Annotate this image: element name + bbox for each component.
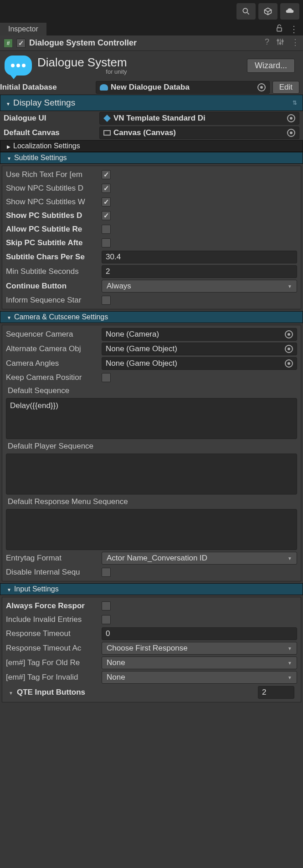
field-label: Camera Angles	[6, 359, 102, 368]
object-picker-icon[interactable]	[287, 129, 295, 137]
initial-database-value[interactable]: New Dialogue Databa	[96, 81, 270, 94]
field-label: Initial Database	[0, 83, 96, 92]
input-settings-panel: Always Force Respor Include Invalid Entr…	[2, 597, 301, 702]
menu-icon[interactable]: ⋮	[289, 24, 298, 35]
min-subtitle-seconds-input[interactable]: 2	[102, 265, 297, 278]
preset-icon[interactable]	[276, 37, 285, 49]
chevron-down-icon: ▼	[288, 284, 292, 289]
svg-point-0	[243, 8, 247, 13]
obj-text: None (Camera)	[106, 330, 159, 339]
chevron-down-icon: ▼	[288, 661, 292, 666]
camera-settings-panel: Sequencer CameraNone (Camera) Alternate …	[2, 325, 301, 581]
sequencer-camera-field[interactable]: None (Camera)	[102, 328, 297, 341]
section-title: Camera & Cutscene Settings	[14, 313, 108, 321]
tab-label: Inspector	[8, 25, 38, 33]
default-sequence-textarea[interactable]: Delay({{end}})	[6, 398, 297, 439]
qte-count-input[interactable]: 2	[258, 686, 294, 699]
dropdown-value: Choose First Response	[107, 644, 188, 653]
more-icon[interactable]: ⋮	[291, 37, 299, 49]
default-response-sequence-textarea[interactable]	[6, 509, 297, 550]
em-tag-invalid-dropdown[interactable]: None▼	[102, 671, 297, 684]
obj-text: None (Game Object)	[106, 344, 177, 353]
input-settings-header[interactable]: Input Settings	[0, 583, 303, 595]
help-icon[interactable]: ?	[265, 37, 269, 49]
wizard-button[interactable]: Wizard...	[247, 59, 295, 73]
use-rich-text-checkbox[interactable]	[102, 170, 111, 179]
object-picker-icon[interactable]	[285, 330, 293, 338]
field-label: Continue Button	[6, 282, 102, 291]
prefab-icon	[103, 115, 111, 122]
cloud-button[interactable]	[280, 3, 299, 20]
response-timeout-input[interactable]: 0	[102, 627, 297, 640]
field-label: Response Timeout	[6, 629, 102, 638]
dropdown-value: None	[107, 673, 125, 682]
section-title: Localization Settings	[13, 142, 80, 150]
entrytag-format-dropdown[interactable]: Actor Name_Conversation ID▼	[102, 552, 297, 565]
subtitle-chars-input[interactable]: 30.4	[102, 251, 297, 263]
skip-pc-subtitle-checkbox[interactable]	[102, 238, 111, 247]
field-label: Default Canvas	[4, 128, 99, 137]
foldout-icon	[6, 98, 10, 108]
localization-settings-header[interactable]: Localization Settings	[0, 140, 303, 152]
lock-icon[interactable]	[275, 24, 284, 35]
em-tag-old-dropdown[interactable]: None▼	[102, 656, 297, 669]
sort-icon[interactable]: ⇅	[293, 100, 297, 106]
initial-database-field: Initial Database New Dialogue Databa Edi…	[0, 80, 303, 95]
always-force-response-checkbox[interactable]	[102, 601, 111, 611]
obj-text: New Dialogue Databa	[111, 83, 190, 92]
object-picker-icon[interactable]	[287, 114, 295, 122]
field-label: Response Timeout Ac	[6, 644, 102, 653]
subtitle-settings-header[interactable]: Subtitle Settings	[0, 152, 303, 164]
show-npc-subtitles-d-checkbox[interactable]	[102, 184, 111, 193]
dialogue-ui-value[interactable]: VN Template Standard Di	[99, 112, 299, 125]
foldout-icon	[7, 313, 11, 321]
object-picker-icon[interactable]	[257, 83, 266, 91]
foldout-icon	[7, 585, 11, 593]
svg-point-11	[279, 43, 281, 44]
inspector-tab[interactable]: Inspector	[0, 23, 46, 35]
disable-internal-seq-checkbox[interactable]	[102, 568, 111, 577]
dropdown-value: Actor Name_Conversation ID	[107, 554, 207, 563]
camera-angles-field[interactable]: None (Game Object)	[102, 357, 297, 370]
package-button[interactable]	[258, 3, 277, 20]
field-label: Skip PC Subtitle Afte	[6, 238, 102, 247]
inform-sequence-checkbox[interactable]	[102, 296, 111, 305]
edit-button[interactable]: Edit	[272, 81, 299, 94]
object-picker-icon[interactable]	[285, 359, 293, 368]
section-title: Input Settings	[14, 585, 59, 593]
continue-button-dropdown[interactable]: Always▼	[102, 280, 297, 293]
field-label: [em#] Tag For Old Re	[6, 658, 102, 667]
component-header[interactable]: # Dialogue System Controller ? ⋮	[0, 35, 303, 51]
database-icon	[100, 84, 108, 91]
show-npc-subtitles-w-checkbox[interactable]	[102, 197, 111, 207]
response-timeout-action-dropdown[interactable]: Choose First Response▼	[102, 642, 297, 655]
field-label: Min Subtitle Seconds	[6, 267, 102, 276]
default-response-sequence-label: Default Response Menu Sequence	[2, 495, 301, 508]
show-pc-subtitles-d-checkbox[interactable]	[102, 211, 111, 220]
field-label: Include Invalid Entries	[6, 615, 102, 624]
display-settings-header[interactable]: Display Settings ⇅	[0, 95, 303, 111]
alternate-camera-field[interactable]: None (Game Object)	[102, 343, 297, 355]
obj-text: VN Template Standard Di	[113, 114, 205, 123]
field-label: Disable Internal Sequ	[6, 568, 102, 577]
package-icon	[263, 7, 272, 16]
svg-point-10	[277, 40, 278, 41]
component-enabled-checkbox[interactable]	[16, 39, 26, 48]
svg-line-4	[268, 10, 272, 12]
camera-settings-header[interactable]: Camera & Cutscene Settings	[0, 311, 303, 323]
default-player-sequence-textarea[interactable]	[6, 454, 297, 495]
foldout-icon	[7, 154, 11, 162]
default-canvas-value[interactable]: Canvas (Canvas)	[99, 126, 299, 139]
keep-camera-position-checkbox[interactable]	[102, 373, 111, 382]
field-label: Show PC Subtitles D	[6, 211, 102, 220]
field-label: Sequencer Camera	[6, 330, 102, 339]
logo-icon	[5, 56, 32, 76]
object-picker-icon[interactable]	[285, 345, 293, 353]
qte-input-buttons-row[interactable]: QTE Input Buttons 2	[2, 685, 301, 700]
include-invalid-entries-checkbox[interactable]	[102, 615, 111, 624]
tab-bar: Inspector ⋮	[0, 23, 303, 35]
default-canvas-field: Default Canvas Canvas (Canvas)	[0, 126, 303, 140]
field-label: Show NPC Subtitles D	[6, 184, 102, 193]
allow-pc-subtitle-checkbox[interactable]	[102, 225, 111, 234]
search-button[interactable]	[236, 3, 256, 20]
